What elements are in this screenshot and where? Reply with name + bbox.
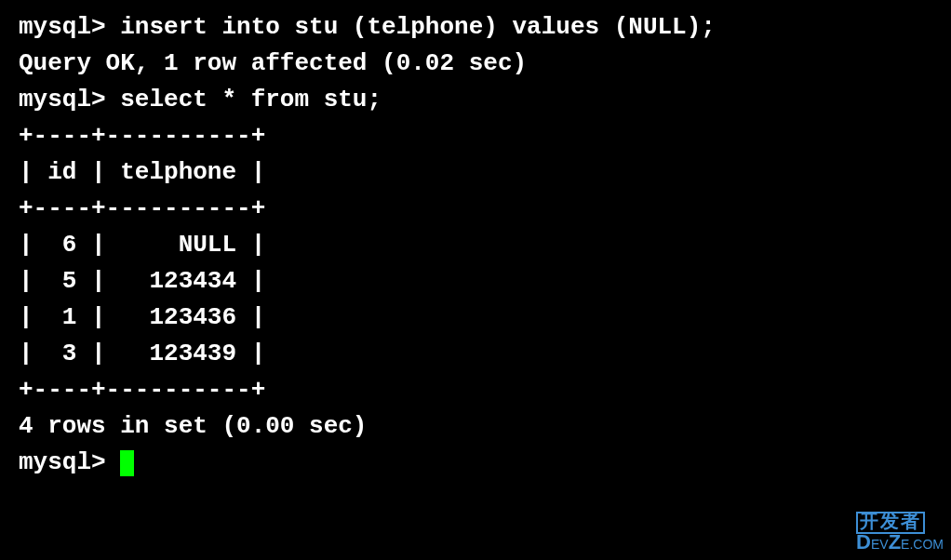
terminal-output: mysql> insert into stu (telphone) values…	[19, 9, 932, 481]
table-border-header: +----+----------+	[19, 191, 932, 227]
mysql-prompt: mysql>	[19, 448, 120, 476]
prompt-line[interactable]: mysql>	[19, 445, 932, 481]
table-border-top: +----+----------+	[19, 118, 932, 154]
table-row: | 6 | NULL |	[19, 227, 932, 263]
table-border-bottom: +----+----------+	[19, 372, 932, 408]
sql-insert-command: mysql> insert into stu (telphone) values…	[19, 9, 932, 46]
table-row: | 3 | 123439 |	[19, 336, 932, 372]
table-row: | 5 | 123434 |	[19, 263, 932, 300]
cursor-icon	[120, 450, 134, 476]
query-ok-message: Query OK, 1 row affected (0.02 sec)	[19, 46, 932, 82]
rows-in-set-message: 4 rows in set (0.00 sec)	[19, 408, 932, 445]
table-header: | id | telphone |	[19, 154, 932, 191]
sql-select-command: mysql> select * from stu;	[19, 82, 932, 118]
watermark-english: DEVZE.COM	[856, 532, 944, 553]
table-row: | 1 | 123436 |	[19, 300, 932, 336]
watermark: 开发者 DEVZE.COM	[856, 509, 944, 553]
